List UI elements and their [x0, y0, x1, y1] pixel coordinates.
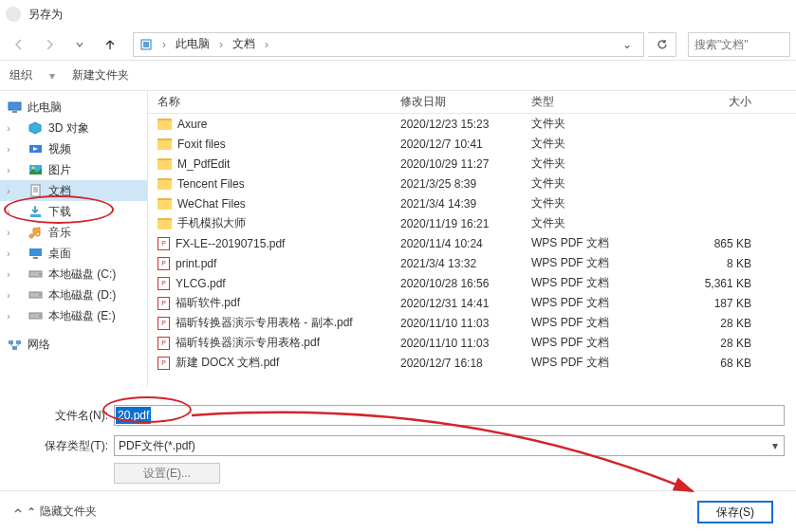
file-type: 文件夹 — [531, 136, 655, 152]
sidebar-item-5[interactable]: ›音乐 — [0, 222, 147, 243]
svg-rect-20 — [9, 340, 13, 344]
file-row[interactable]: Tencent Files2021/3/25 8:39文件夹 — [148, 174, 796, 193]
file-size: 187 KB — [655, 297, 768, 310]
back-button[interactable] — [6, 32, 32, 57]
folder-icon — [157, 178, 172, 190]
sidebar-network-label: 网络 — [28, 337, 50, 353]
file-type: 文件夹 — [531, 156, 655, 172]
column-headers: 名称 修改日期 类型 大小 — [148, 91, 796, 114]
sidebar-item-label: 视频 — [48, 141, 71, 157]
col-header-name[interactable]: 名称 — [148, 94, 400, 110]
file-date: 2021/3/4 13:32 — [400, 257, 531, 270]
filename-input[interactable]: 20.pdf — [116, 407, 151, 424]
sidebar-item-7[interactable]: ›本地磁盘 (C:) — [0, 264, 147, 284]
search-box[interactable] — [688, 32, 790, 57]
file-name: 福昕转换器演示专用表格.pdf — [176, 335, 320, 351]
forward-button[interactable] — [36, 32, 63, 57]
expand-icon: › — [4, 186, 13, 196]
navigation-bar: › 此电脑 › 文档 › ⌄ — [0, 28, 796, 61]
svg-rect-13 — [33, 257, 38, 259]
file-date: 2021/3/4 14:39 — [400, 197, 531, 211]
pictures-icon — [28, 163, 43, 176]
sidebar-root-thispc[interactable]: 此电脑 — [0, 97, 147, 118]
file-size: 8 KB — [655, 257, 768, 270]
refresh-button[interactable] — [648, 32, 676, 57]
recent-dropdown[interactable] — [66, 32, 93, 57]
filename-input-wrapper[interactable]: 20.pdf — [114, 405, 785, 426]
sidebar-item-6[interactable]: ›桌面 — [0, 243, 147, 264]
sidebar-item-label: 下载 — [48, 204, 71, 220]
up-button[interactable] — [97, 32, 123, 57]
file-row[interactable]: PFX-LE--20190715.pdf2020/11/4 10:24WPS P… — [148, 233, 796, 253]
breadcrumb-folder[interactable]: 文档 — [232, 36, 255, 52]
address-bar[interactable]: › 此电脑 › 文档 › ⌄ — [133, 32, 644, 57]
col-header-type[interactable]: 类型 — [531, 94, 655, 110]
app-icon — [6, 7, 21, 22]
file-row[interactable]: P福昕软件.pdf2020/12/31 14:41WPS PDF 文档187 K… — [148, 293, 796, 313]
save-button[interactable]: 保存(S) — [697, 501, 773, 523]
expand-icon: › — [4, 165, 13, 175]
file-row[interactable]: Pprint.pdf2021/3/4 13:32WPS PDF 文档8 KB — [148, 253, 796, 273]
col-header-date[interactable]: 修改日期 — [400, 94, 531, 110]
svg-rect-3 — [12, 111, 17, 113]
file-size: 5,361 KB — [655, 277, 768, 290]
sidebar-root-label: 此电脑 — [28, 100, 62, 116]
breadcrumb-sep: › — [219, 38, 223, 51]
col-header-size[interactable]: 大小 — [655, 94, 768, 110]
address-dropdown[interactable]: ⌄ — [617, 38, 638, 51]
sidebar-item-9[interactable]: ›本地磁盘 (E:) — [0, 305, 147, 326]
sidebar-item-3[interactable]: ›文档 — [0, 180, 147, 201]
expand-icon: › — [4, 123, 13, 134]
svg-point-15 — [39, 273, 41, 275]
file-type: WPS PDF 文档 — [531, 235, 655, 251]
settings-button[interactable]: 设置(E)... — [114, 463, 220, 484]
pdf-icon: P — [157, 257, 170, 270]
sidebar-item-label: 本地磁盘 (C:) — [48, 266, 116, 283]
filetype-select[interactable]: PDF文件(*.pdf) — [114, 435, 785, 456]
file-row[interactable]: WeChat Files2021/3/4 14:39文件夹 — [148, 193, 796, 213]
sidebar-item-1[interactable]: ›视频 — [0, 138, 147, 159]
organize-menu[interactable]: 组织 — [9, 67, 32, 83]
search-input[interactable] — [694, 38, 784, 51]
file-row[interactable]: M_PdfEdit2020/10/29 11:27文件夹 — [148, 154, 796, 174]
thispc-icon — [8, 101, 22, 114]
pdf-icon: P — [157, 297, 170, 310]
file-type: 文件夹 — [531, 116, 655, 132]
sidebar-item-8[interactable]: ›本地磁盘 (D:) — [0, 284, 147, 305]
file-size: 865 KB — [655, 237, 768, 250]
sidebar-item-4[interactable]: ›下载 — [0, 201, 147, 222]
file-row[interactable]: P福昕转换器演示专用表格.pdf2020/11/10 11:03WPS PDF … — [148, 333, 796, 353]
svg-rect-1 — [143, 42, 149, 47]
sidebar-item-label: 桌面 — [48, 246, 71, 262]
breadcrumb-sep: › — [162, 38, 166, 51]
folder-icon — [157, 198, 172, 210]
svg-rect-11 — [30, 214, 41, 217]
breadcrumb-sep: › — [265, 38, 268, 51]
file-row[interactable]: Foxit files2020/12/7 10:41文件夹 — [148, 134, 796, 154]
pdf-icon: P — [157, 277, 170, 290]
file-date: 2020/12/7 16:18 — [400, 357, 531, 370]
sidebar-item-0[interactable]: ›3D 对象 — [0, 118, 147, 138]
sidebar-network[interactable]: 网络 — [0, 334, 147, 355]
file-row[interactable]: PYLCG.pdf2020/10/28 16:56WPS PDF 文档5,361… — [148, 273, 796, 293]
file-row[interactable]: 手机模拟大师2020/11/19 16:21文件夹 — [148, 213, 796, 233]
file-name: Foxit files — [177, 138, 226, 151]
sidebar-item-2[interactable]: ›图片 — [0, 159, 147, 180]
breadcrumb-root[interactable]: 此电脑 — [176, 36, 210, 52]
file-name: YLCG.pdf — [176, 277, 226, 290]
file-name: 手机模拟大师 — [177, 215, 246, 231]
file-row[interactable]: P新建 DOCX 文档.pdf2020/12/7 16:18WPS PDF 文档… — [148, 353, 796, 373]
new-folder-button[interactable]: 新建文件夹 — [72, 67, 129, 83]
expand-icon: › — [4, 290, 13, 301]
hide-folders-toggle[interactable]: ⌃ 隐藏文件夹 — [13, 504, 97, 520]
music-icon — [28, 226, 43, 239]
file-type: WPS PDF 文档 — [531, 315, 655, 331]
file-row[interactable]: Axure2020/12/23 15:23文件夹 — [148, 114, 796, 134]
file-date: 2020/10/29 11:27 — [400, 157, 531, 171]
file-date: 2020/11/10 11:03 — [400, 317, 531, 330]
file-row[interactable]: P福昕转换器演示专用表格 - 副本.pdf2020/11/10 11:03WPS… — [148, 313, 796, 333]
file-date: 2021/3/25 8:39 — [400, 177, 531, 191]
pdf-icon: P — [157, 317, 170, 330]
network-icon — [8, 338, 22, 351]
file-name: WeChat Files — [177, 197, 246, 211]
